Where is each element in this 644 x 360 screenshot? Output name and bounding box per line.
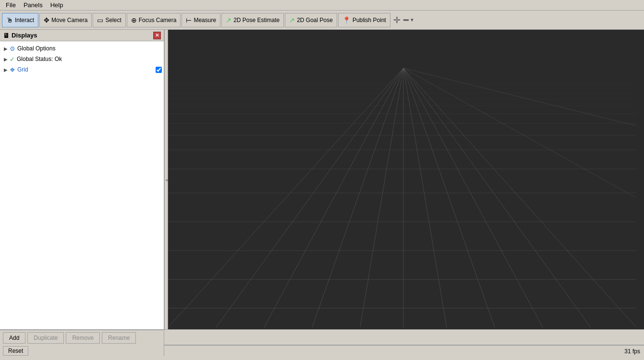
- menu-help[interactable]: Help: [47, 0, 67, 10]
- toolbar-btn-pose-estimate-label: 2D Pose Estimate: [233, 17, 279, 24]
- global-options-label: Global Options: [17, 45, 55, 52]
- bottom-buttons-area: Add Duplicate Remove Rename: [0, 330, 164, 345]
- resize-handle[interactable]: ◂: [164, 30, 168, 329]
- panel-title: 🖥 Displays: [3, 32, 37, 39]
- status-area: Reset 31 fps: [0, 345, 644, 356]
- move-icon: ✛: [393, 15, 401, 25]
- toolbar-btn-interact-label: Interact: [15, 17, 34, 24]
- toolbar-btn-publish-point-label: Publish Point: [352, 17, 386, 24]
- grid-label: Grid: [17, 66, 28, 73]
- tree-item-grid[interactable]: ▶ ❖ Grid: [0, 64, 164, 75]
- toolbar-btn-goal-pose[interactable]: ↗ 2D Goal Pose: [285, 13, 337, 27]
- toolbar-btn-select-label: Select: [105, 17, 121, 24]
- toolbar-btn-goal-pose-label: 2D Goal Pose: [297, 17, 333, 24]
- add-button[interactable]: Add: [3, 332, 25, 344]
- tree-toggle-global-status[interactable]: ▶: [2, 57, 10, 62]
- tree-area: ▶ ⚙ Global Options ▶ ✓ Global Status: Ok…: [0, 41, 164, 329]
- left-panel: 🖥 Displays ✕ ▶ ⚙ Global Options ▶ ✓ Glob…: [0, 30, 164, 329]
- displays-icon: 🖥: [3, 32, 10, 39]
- global-options-icon: ⚙: [10, 45, 15, 52]
- dropdown-arrow-icon: ▼: [410, 17, 414, 23]
- focus-camera-icon: ⊕: [131, 16, 137, 24]
- grid-icon: ❖: [10, 66, 15, 73]
- measure-icon: ⊢: [186, 16, 192, 24]
- rename-button[interactable]: Rename: [102, 332, 136, 344]
- toolbar-btn-focus-camera-label: Focus Camera: [139, 17, 177, 24]
- menu-panels[interactable]: Panels: [20, 0, 47, 10]
- statusbar: 31 fps: [164, 345, 644, 357]
- publish-point-icon: 📍: [342, 16, 351, 24]
- fps-display: 31 fps: [624, 348, 640, 355]
- toolbar: 🖱 Interact ✥ Move Camera ▭ Select ⊕ Focu…: [0, 11, 644, 30]
- panel-close-button[interactable]: ✕: [153, 32, 161, 39]
- tree-toggle-global-options[interactable]: ▶: [2, 46, 10, 51]
- menubar: File Panels Help: [0, 0, 644, 11]
- toolbar-btn-pose-estimate[interactable]: ↗ 2D Pose Estimate: [221, 13, 284, 27]
- tree-item-global-status[interactable]: ▶ ✓ Global Status: Ok: [0, 54, 164, 64]
- toolbar-btn-measure[interactable]: ⊢ Measure: [182, 13, 220, 27]
- reset-button[interactable]: Reset: [3, 346, 28, 356]
- global-status-label: Global Status: Ok: [17, 56, 62, 62]
- toolbar-btn-measure-label: Measure: [194, 17, 216, 24]
- move-camera-icon: ✥: [44, 16, 49, 24]
- pose-estimate-icon: ↗: [226, 16, 231, 24]
- toolbar-btn-select[interactable]: ▭ Select: [93, 13, 125, 27]
- panel-header: 🖥 Displays ✕: [0, 30, 164, 41]
- panel-title-label: Displays: [12, 32, 37, 39]
- toolbar-btn-focus-camera[interactable]: ⊕ Focus Camera: [127, 13, 181, 27]
- select-icon: ▭: [97, 16, 103, 24]
- grid-viewport-canvas: [168, 30, 644, 329]
- tree-toggle-grid[interactable]: ▶: [2, 67, 10, 72]
- toolbar-btn-move-camera[interactable]: ✥ Move Camera: [39, 13, 92, 27]
- minus-icon: ━: [403, 15, 409, 25]
- grid-checkbox[interactable]: [156, 67, 162, 73]
- 3d-viewport[interactable]: [168, 30, 644, 329]
- bottom-bar: Add Duplicate Remove Rename: [0, 329, 644, 345]
- svg-rect-0: [168, 30, 644, 329]
- toolbar-btn-publish-point[interactable]: 📍 Publish Point: [338, 13, 390, 27]
- menu-file[interactable]: File: [2, 0, 20, 10]
- remove-button[interactable]: Remove: [66, 332, 100, 344]
- global-status-icon: ✓: [10, 56, 15, 63]
- interact-icon: 🖱: [6, 16, 13, 24]
- tree-item-global-options[interactable]: ▶ ⚙ Global Options: [0, 43, 164, 54]
- toolbar-btn-move-camera-label: Move Camera: [51, 17, 87, 24]
- toolbar-btn-interact[interactable]: 🖱 Interact: [2, 13, 38, 27]
- goal-pose-icon: ↗: [289, 16, 295, 24]
- bottom-viewport-spacer: [164, 330, 644, 345]
- reset-area: Reset: [0, 345, 164, 356]
- main-layout: 🖥 Displays ✕ ▶ ⚙ Global Options ▶ ✓ Glob…: [0, 30, 644, 329]
- duplicate-button[interactable]: Duplicate: [27, 332, 64, 344]
